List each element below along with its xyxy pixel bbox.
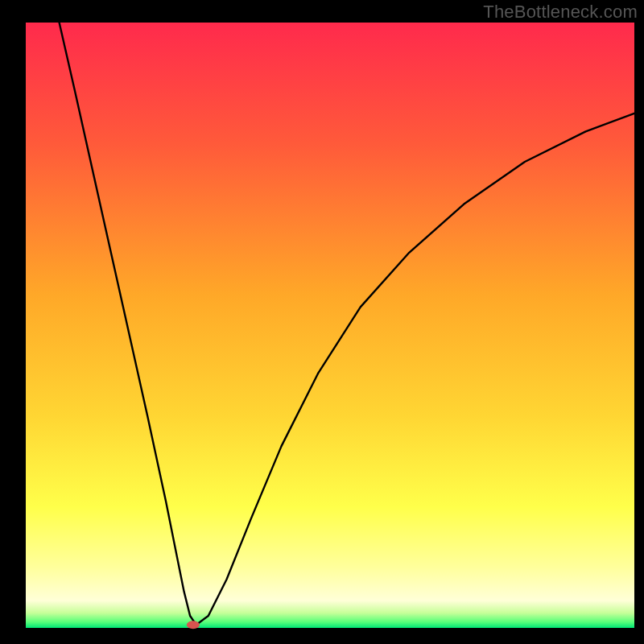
watermark-text: TheBottleneck.com [483, 2, 638, 23]
chart-frame: TheBottleneck.com [0, 0, 644, 644]
minimum-marker [187, 621, 200, 629]
bottleneck-chart [0, 0, 644, 644]
plot-background [26, 23, 634, 628]
